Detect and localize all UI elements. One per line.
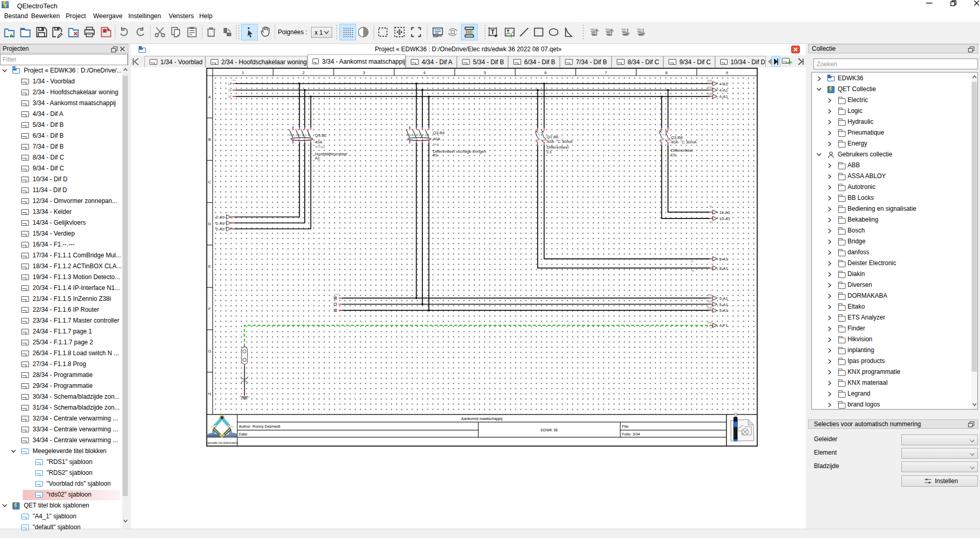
svg-text:5-A1: 5-A1 bbox=[719, 308, 728, 313]
svg-text:6: 6 bbox=[544, 70, 547, 75]
svg-text:2-A9: 2-A9 bbox=[216, 221, 225, 226]
svg-text:40A · C 30mA: 40A · C 30mA bbox=[671, 140, 697, 144]
svg-text:L6: L6 bbox=[228, 89, 231, 92]
svg-text:L2: L2 bbox=[228, 95, 231, 98]
svg-text:qp: qp bbox=[709, 205, 712, 208]
svg-text:4-A1: 4-A1 bbox=[719, 94, 728, 99]
svg-text:Q3.B8: Q3.B8 bbox=[671, 135, 683, 140]
svg-text:L4: L4 bbox=[228, 82, 231, 85]
svg-text:4-A1: 4-A1 bbox=[719, 82, 728, 86]
svg-text:B/W: B/W bbox=[708, 322, 712, 324]
svg-text:D1: D1 bbox=[671, 153, 677, 157]
svg-text:Aankomst maatschappij: Aankomst maatschappij bbox=[461, 416, 502, 421]
svg-text:A: A bbox=[208, 95, 211, 99]
svg-text:Differentieel: Differentieel bbox=[547, 145, 569, 150]
svg-text:4-A1: 4-A1 bbox=[707, 309, 712, 311]
svg-text:40A: 40A bbox=[433, 137, 441, 141]
svg-text:qp: qp bbox=[692, 269, 695, 272]
svg-text:10-A1: 10-A1 bbox=[719, 216, 731, 221]
svg-text:3: 3 bbox=[363, 70, 365, 75]
svg-text:qp: qp bbox=[691, 260, 694, 263]
svg-text:EDWK 36: EDWK 36 bbox=[541, 428, 558, 432]
svg-text:3P N 6kA: 3P N 6kA bbox=[315, 146, 325, 149]
svg-text:40A: 40A bbox=[315, 140, 323, 144]
svg-text:D: D bbox=[208, 222, 211, 226]
svg-text:B: B bbox=[208, 137, 211, 142]
svg-text:4-A1: 4-A1 bbox=[719, 88, 728, 93]
svg-text:4-A1: 4-A1 bbox=[707, 303, 712, 306]
svg-text:Q3.B4: Q3.B4 bbox=[433, 130, 445, 135]
svg-text:8-A1: 8-A1 bbox=[719, 266, 728, 271]
svg-text:qp: qp bbox=[709, 221, 712, 223]
svg-text:Folio: 3/34: Folio: 3/34 bbox=[622, 432, 640, 437]
svg-text:4-A1: 4-A1 bbox=[707, 82, 712, 85]
svg-text:5-A1: 5-A1 bbox=[719, 302, 728, 307]
svg-text:1: 1 bbox=[242, 70, 244, 75]
svg-text:F: F bbox=[209, 307, 211, 311]
svg-text:7: 7 bbox=[605, 70, 607, 75]
svg-text:4-A1: 4-A1 bbox=[707, 297, 712, 299]
svg-text:10-A1: 10-A1 bbox=[719, 210, 731, 215]
svg-text:B1: B1 bbox=[433, 153, 438, 157]
svg-text:4-A1: 4-A1 bbox=[707, 95, 712, 97]
svg-text:Date:: Date: bbox=[239, 432, 248, 437]
svg-text:T: T bbox=[491, 28, 495, 36]
svg-text:Author: Ronny Desmedt: Author: Ronny Desmedt bbox=[239, 424, 281, 429]
svg-text:8-A1: 8-A1 bbox=[719, 257, 728, 261]
svg-text:4-A1: 4-A1 bbox=[707, 89, 712, 91]
svg-text:5-A1: 5-A1 bbox=[719, 296, 728, 301]
svg-text:2: 2 bbox=[302, 70, 305, 75]
svg-text:4-F1: 4-F1 bbox=[719, 323, 728, 328]
svg-text:7s: 7s bbox=[709, 327, 712, 329]
svg-text:Differentieel vochtige kringen: Differentieel vochtige kringen bbox=[433, 149, 486, 154]
svg-text:2-A9: 2-A9 bbox=[216, 215, 225, 220]
svg-text:Q1.B6: Q1.B6 bbox=[547, 135, 559, 139]
svg-text:40A · C 30mA: 40A · C 30mA bbox=[547, 139, 573, 144]
svg-text:30mA: 30mA bbox=[433, 143, 439, 146]
svg-text:C1: C1 bbox=[547, 150, 553, 154]
svg-text:8: 8 bbox=[665, 70, 668, 75]
svg-text:A1: A1 bbox=[315, 156, 320, 161]
svg-text:Q3.B2: Q3.B2 bbox=[315, 133, 327, 138]
svg-text:gemaakt met Qelectrotech: gemaakt met Qelectrotech bbox=[207, 441, 238, 444]
svg-text:H: H bbox=[208, 391, 211, 396]
svg-text:Differentieel: Differentieel bbox=[671, 148, 693, 153]
svg-text:5: 5 bbox=[484, 70, 486, 75]
svg-text:2-A9: 2-A9 bbox=[216, 227, 225, 231]
svg-text:C: C bbox=[208, 180, 211, 184]
svg-text:File:: File: bbox=[622, 424, 629, 429]
svg-text:G: G bbox=[208, 349, 211, 354]
svg-text:4: 4 bbox=[423, 70, 426, 75]
svg-text:9: 9 bbox=[726, 70, 729, 75]
svg-text:E: E bbox=[208, 264, 211, 269]
